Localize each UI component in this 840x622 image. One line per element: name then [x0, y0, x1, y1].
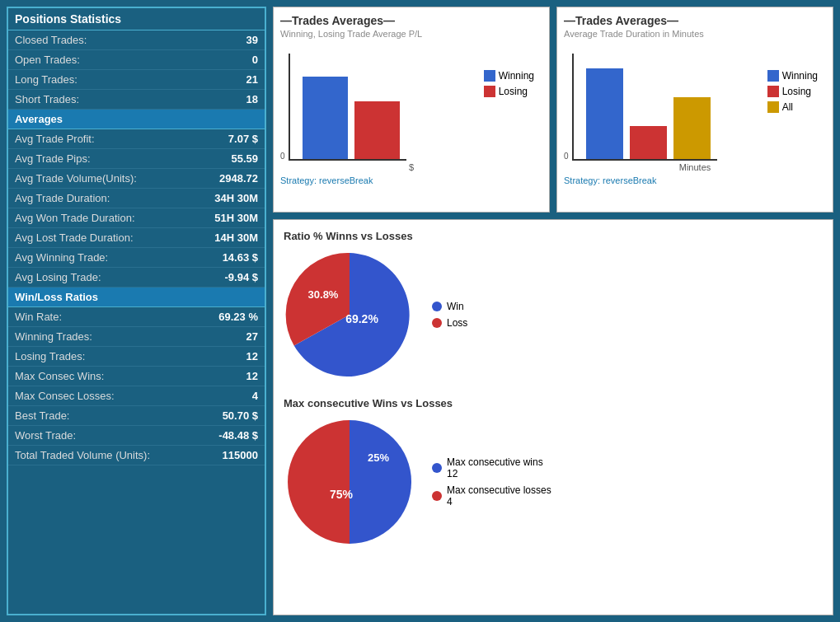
avg-stat-row: Avg Trade Profit:7.07 $: [8, 129, 265, 149]
pie1-chart-container: 69.2% 30.8% Win Loss: [284, 249, 823, 381]
avg-stat-row: Avg Trade Duration:34H 30M: [8, 189, 265, 208]
section-winloss: Win/Loss Ratios: [8, 288, 265, 307]
stat-label: Long Trades:: [15, 73, 77, 86]
pie2-legend: Max consecutive wins 12 Max consecutive …: [432, 456, 551, 507]
avg-stat-row: Avg Lost Trade Duration:14H 30M: [8, 228, 265, 248]
avg-value: 34H 30M: [214, 192, 258, 204]
main-container: Positions Statistics Closed Trades:39Ope…: [0, 0, 840, 622]
legend-losing: Losing: [484, 86, 534, 97]
bar-losing-pl: [354, 101, 400, 159]
bar-winning-pl: [303, 77, 348, 159]
ratio-stat-row: Worst Trade:-48.48 $: [8, 426, 265, 446]
ratio-stat-row: Winning Trades:27: [8, 327, 265, 347]
pie1-legend-loss: Loss: [432, 317, 467, 329]
avg-label: Avg Lost Trade Duration:: [15, 231, 134, 244]
legend-winning-label: Winning: [499, 70, 534, 82]
avg-label: Avg Trade Profit:: [15, 133, 95, 145]
ratio-stat-row: Max Consec Wins:12: [8, 367, 265, 386]
pie2-chart-container: 75% 25% Max consecutive wins 12: [284, 416, 823, 548]
stat-label: Short Trades:: [15, 93, 79, 105]
ratio-value: 115000: [223, 449, 258, 461]
avg-value: -9.94 $: [225, 271, 258, 283]
pie2-win-label-text: Max consecutive wins 12: [447, 456, 543, 479]
stat-value: 0: [252, 54, 258, 66]
section-averages: Averages: [8, 110, 265, 129]
ratio-label: Max Consec Losses:: [15, 390, 115, 402]
ratio-stat-row: Losing Trades:12: [8, 347, 265, 367]
chart2-legend: Winning Losing All: [767, 70, 818, 113]
chart-duration: —Trades Averages— Average Trade Duration…: [556, 7, 833, 213]
pie1-loss-dot: [432, 318, 442, 328]
legend2-losing-label: Losing: [782, 86, 811, 97]
ratio-value: -48.48 $: [218, 429, 258, 442]
legend2-winning-label: Winning: [782, 70, 818, 82]
pie1-win-label-text: Win: [447, 301, 464, 312]
ratio-label: Losing Trades:: [15, 350, 85, 362]
avg-stat-row: Avg Trade Volume(Units):2948.72: [8, 169, 265, 189]
avg-value: 14H 30M: [214, 231, 258, 244]
legend-losing-label: Losing: [499, 86, 528, 97]
ratio-label: Winning Trades:: [15, 330, 92, 343]
stat-label: Closed Trades:: [15, 34, 87, 46]
avg-value: 2948.72: [219, 172, 258, 185]
avg-value: 7.07 $: [228, 133, 258, 145]
pie2-legend-loss: Max consecutive losses 4: [432, 484, 551, 507]
pie2-win-dot: [432, 463, 442, 473]
pie1-win-label: 69.2%: [345, 312, 378, 325]
averages-rows: Avg Trade Profit:7.07 $Avg Trade Pips:55…: [8, 129, 265, 288]
chart2-bars: 0: [572, 54, 717, 161]
chart2-zero: 0: [564, 152, 569, 161]
pie1-loss-label: 30.8%: [308, 288, 339, 301]
avg-label: Avg Losing Trade:: [15, 271, 101, 283]
pie1-win-dot: [432, 302, 442, 311]
pie2-loss-dot: [432, 491, 442, 501]
chart1-bars: 0: [289, 54, 406, 161]
stat-value: 39: [246, 34, 258, 46]
pie2-win-segment: [350, 420, 411, 544]
avg-stat-row: Avg Won Trade Duration:51H 30M: [8, 208, 265, 228]
pie2-win-pct: 75%: [330, 488, 354, 501]
chart-pl: —Trades Averages— Winning, Losing Trade …: [273, 7, 550, 213]
stat-value: 21: [246, 73, 258, 86]
avg-label: Avg Won Trade Duration:: [15, 212, 135, 224]
chart1-legend: Winning Losing: [484, 70, 534, 97]
avg-stat-row: Avg Losing Trade:-9.94 $: [8, 268, 265, 288]
ratio-label: Max Consec Wins:: [15, 370, 104, 382]
avg-stat-row: Avg Winning Trade:14.63 $: [8, 248, 265, 268]
ratio-label: Total Traded Volume (Units):: [15, 449, 150, 461]
ratio-value: 4: [252, 390, 258, 402]
legend-winning: Winning: [484, 70, 534, 82]
ratio-stat-row: Best Trade:50.70 $: [8, 406, 265, 426]
left-panel: Positions Statistics Closed Trades:39Ope…: [7, 7, 266, 615]
chart1-strategy: Strategy: reverseBreak: [280, 175, 542, 185]
panel-header: Positions Statistics: [8, 8, 265, 30]
pie2-loss-segment: [288, 420, 350, 544]
avg-label: Avg Trade Volume(Units):: [15, 172, 137, 185]
ratio-stat-row: Max Consec Losses:4: [8, 386, 265, 406]
pie2-loss-label-text: Max consecutive losses 4: [447, 484, 551, 507]
bar-losing-dur: [630, 126, 667, 159]
right-panel: —Trades Averages— Winning, Losing Trade …: [273, 7, 833, 615]
bar-all-dur: [673, 97, 711, 159]
chart1-subtitle: Winning, Losing Trade Average P/L: [280, 29, 542, 39]
avg-value: 14.63 $: [223, 251, 258, 264]
avg-stat-row: Avg Trade Pips:55.59: [8, 149, 265, 169]
chart2-strategy: Strategy: reverseBreak: [564, 175, 826, 185]
ratio-value: 50.70 $: [223, 409, 258, 422]
pie2-title: Max consecutive Wins vs Losses: [284, 397, 823, 409]
stat-value: 18: [246, 93, 258, 105]
stat-row: Closed Trades:39: [8, 30, 265, 50]
basic-rows: Closed Trades:39Open Trades:0Long Trades…: [8, 30, 265, 110]
pie1-loss-label-text: Loss: [447, 317, 467, 329]
pie2-svg: 75% 25%: [284, 416, 415, 548]
chart2-subtitle: Average Trade Duration in Minutes: [564, 29, 826, 39]
legend2-losing-dot: [767, 86, 779, 97]
avg-label: Avg Trade Pips:: [15, 152, 91, 165]
bar-winning-dur: [586, 68, 623, 159]
ratio-stat-row: Total Traded Volume (Units):115000: [8, 446, 265, 465]
avg-value: 51H 30M: [214, 212, 258, 224]
legend2-losing: Losing: [767, 86, 818, 97]
legend-winning-dot: [484, 70, 495, 82]
stat-row: Short Trades:18: [8, 90, 265, 110]
ratio-label: Best Trade:: [15, 409, 69, 422]
